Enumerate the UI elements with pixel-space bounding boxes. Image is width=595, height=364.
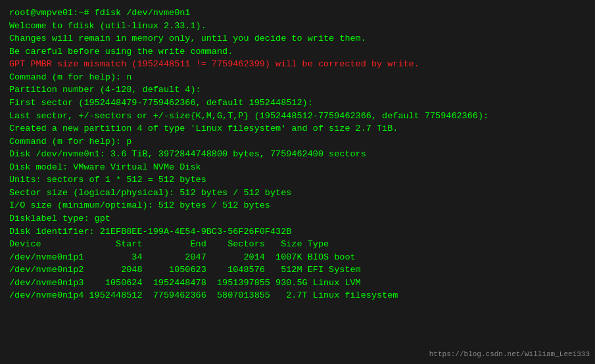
terminal-line: Disk /dev/nvme0n1: 3.6 TiB, 397284474880… — [9, 148, 586, 161]
terminal-line: /dev/nvme0n1p4 1952448512 7759462366 580… — [9, 289, 586, 302]
terminal-line: Device Start End Sectors Size Type — [9, 238, 586, 251]
terminal-line: /dev/nvme0n1p2 2048 1050623 1048576 512M… — [9, 263, 586, 277]
terminal-line: /dev/nvme0n1p3 1050624 1952448478 195139… — [9, 277, 586, 290]
terminal-line: Partition number (4-128, default 4): — [9, 83, 586, 97]
terminal-output: root@vmpve01:~# fdisk /dev/nvme0n1Welcom… — [9, 7, 586, 302]
terminal-line: Last sector, +/-sectors or +/-size{K,M,G… — [9, 110, 586, 123]
terminal-line: Units: sectors of 1 * 512 = 512 bytes — [9, 173, 586, 187]
terminal-line: Changes will remain in memory only, unti… — [9, 32, 586, 45]
terminal-line: Created a new partition 4 of type 'Linux… — [9, 122, 586, 135]
terminal-line: GPT PMBR size mismatch (1952448511 != 77… — [9, 58, 586, 71]
terminal-line: root@vmpve01:~# fdisk /dev/nvme0n1 — [9, 7, 586, 20]
terminal-line: Command (m for help): p — [9, 135, 586, 148]
watermark: https://blog.csdn.net/William_Lee1333 — [429, 350, 590, 360]
terminal-line: I/O size (minimum/optimal): 512 bytes / … — [9, 199, 586, 212]
terminal-line: Disk identifier: 21EFB8EE-199A-4E54-9BC3… — [9, 225, 586, 239]
terminal-line: Disklabel type: gpt — [9, 212, 586, 225]
terminal-line: /dev/nvme0n1p1 34 2047 2014 1007K BIOS b… — [9, 251, 586, 264]
terminal-line: Welcome to fdisk (util-linux 2.33.1). — [9, 20, 586, 33]
terminal-line: First sector (1952448479-7759462366, def… — [9, 97, 586, 110]
terminal-line: Command (m for help): n — [9, 71, 586, 84]
terminal-window: root@vmpve01:~# fdisk /dev/nvme0n1Welcom… — [0, 0, 595, 364]
terminal-line: Sector size (logical/physical): 512 byte… — [9, 187, 586, 200]
terminal-line: Disk model: VMware Virtual NVMe Disk — [9, 161, 586, 174]
terminal-line: Be careful before using the write comman… — [9, 45, 586, 58]
